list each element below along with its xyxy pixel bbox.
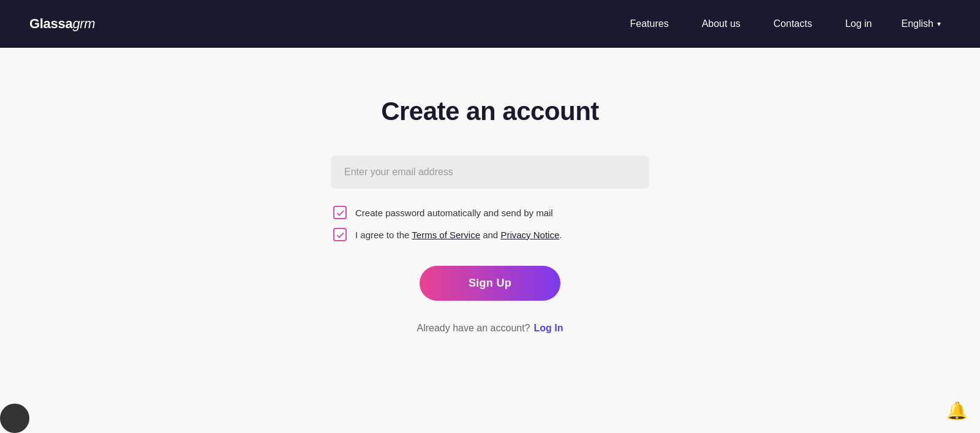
nav-link-contacts[interactable]: Contacts — [760, 12, 826, 35]
email-input[interactable] — [331, 156, 649, 189]
chevron-down-icon: ▾ — [937, 20, 941, 28]
login-link[interactable]: Log In — [534, 323, 564, 333]
checkboxes-group: Create password automatically and send b… — [331, 206, 649, 241]
language-label: English — [902, 18, 933, 29]
already-text: Already have an account? — [417, 323, 530, 333]
nav-link-features[interactable]: Features — [616, 12, 682, 35]
logo-glassa: Glassa — [29, 16, 72, 32]
checkbox-label-auto-password: Create password automatically and send b… — [355, 208, 553, 218]
nav-item-contacts[interactable]: Contacts — [760, 18, 826, 29]
bell-icon[interactable]: 🔔 — [946, 401, 968, 420]
navbar: Glassagrm Features About us Contacts Log… — [0, 0, 980, 48]
nav-link-about[interactable]: About us — [688, 12, 754, 35]
page-title: Create an account — [381, 97, 599, 126]
checkbox-row-agree-terms: I agree to the Terms of Service and Priv… — [333, 228, 649, 241]
logo-grm: grm — [72, 16, 95, 32]
checkbox-label-agree-terms: I agree to the Terms of Service and Priv… — [355, 230, 562, 240]
bell-icon-container[interactable]: 🔔 — [946, 401, 968, 421]
signup-button[interactable]: Sign Up — [420, 266, 560, 301]
language-selector[interactable]: English ▾ — [892, 12, 951, 36]
nav-item-features[interactable]: Features — [616, 18, 682, 29]
agree-and: and — [480, 230, 500, 240]
checkbox-agree-terms[interactable] — [333, 228, 347, 241]
terms-of-service-link[interactable]: Terms of Service — [412, 230, 480, 240]
signup-form: Create password automatically and send b… — [331, 156, 649, 334]
nav-item-language[interactable]: English ▾ — [892, 12, 951, 36]
checkbox-auto-password[interactable] — [333, 206, 347, 219]
agree-prefix: I agree to the — [355, 230, 412, 240]
nav-item-login[interactable]: Log in — [832, 18, 886, 29]
avatar — [0, 404, 29, 433]
agree-suffix: . — [559, 230, 562, 240]
already-have-account: Already have an account?Log In — [417, 323, 564, 334]
privacy-notice-link[interactable]: Privacy Notice — [500, 230, 559, 240]
nav-link-login[interactable]: Log in — [832, 12, 886, 35]
nav-item-about[interactable]: About us — [688, 18, 754, 29]
logo[interactable]: Glassagrm — [29, 16, 95, 32]
nav-links: Features About us Contacts Log in Englis… — [616, 12, 951, 36]
main-content: Create an account Create password automa… — [0, 48, 980, 433]
checkbox-row-auto-password: Create password automatically and send b… — [333, 206, 649, 219]
